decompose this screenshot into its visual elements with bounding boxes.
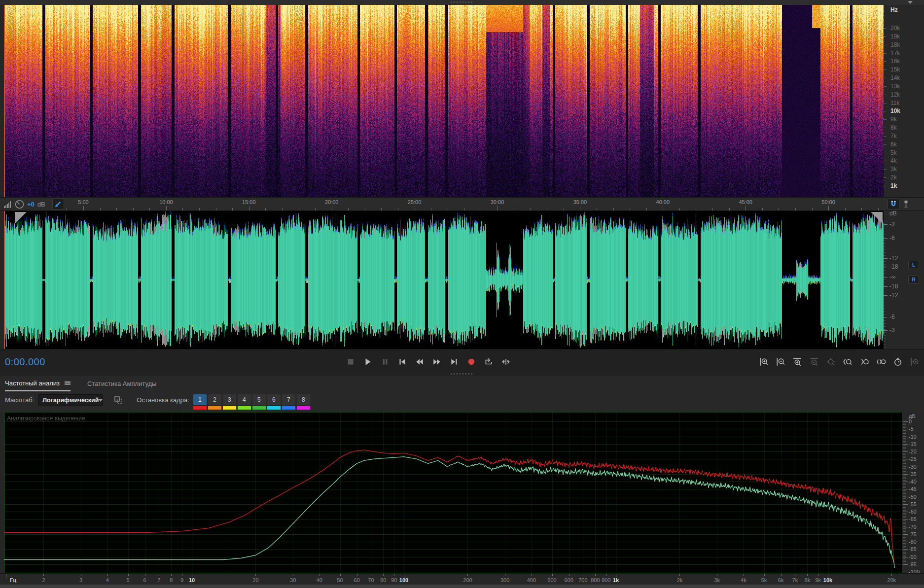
frequency-axis-label: 500 [547,577,556,583]
zoom-in-vertical-button[interactable] [758,356,769,367]
skip-to-start-button[interactable] [397,356,408,367]
play-button[interactable] [362,356,373,367]
frequency-axis-label: 700 [578,577,587,583]
frame-hold-button-8[interactable]: 8 [297,394,310,410]
pause-button[interactable] [380,356,391,367]
frame-hold-button-7[interactable]: 7 [282,394,295,410]
timeline-tick [166,206,167,210]
db-ruler-tick [903,451,908,452]
tab-amplitude-statistics[interactable]: Статистика Амплитуды [87,376,156,391]
frequency-ruler[interactable]: Hz20k19k18k17k16k15k14k13k12k11k10k9k8k7… [884,5,924,197]
frequency-axis-tick [128,574,129,576]
timeline-tick [67,208,67,210]
playhead-waveform[interactable] [4,211,5,349]
timeline-tick [431,208,431,210]
channel-button-r[interactable]: R [908,276,919,284]
level-ruler-label: -∞ [889,274,896,280]
timeline-tick [315,208,316,210]
db-ruler-tick [903,519,908,519]
timer-record-button[interactable] [892,356,903,367]
level-ruler-label: -3 [889,221,895,228]
frequency-axis-tick [255,574,256,576]
panel-menu-icon[interactable] [65,381,71,385]
zoom-to-selection-button[interactable] [876,356,887,367]
waveform-display[interactable] [4,211,884,349]
selection-handle-left-icon[interactable] [15,212,27,224]
rewind-button[interactable] [414,356,425,367]
scale-select[interactable]: Логарифмический [38,394,103,406]
tab-frequency-analysis[interactable]: Частотный анализ [5,376,71,391]
knob-icon[interactable] [15,200,24,209]
frequency-axis-label: 90 [391,577,397,583]
timeline-tick [133,208,134,210]
playhead-spectrogram[interactable] [4,5,5,197]
snap-toolbar [884,198,924,210]
frame-hold-button-5[interactable]: 5 [252,394,266,410]
level-ruler[interactable]: dB-3-6-12-18-∞-18-12-6-3LR [884,211,924,349]
timeline-tick [464,208,464,210]
frame-hold-button-1[interactable]: 1 [193,394,207,410]
frequency-axis-label: 400 [527,577,536,583]
frequency-axis-label: 900 [602,577,610,583]
skip-to-end-button[interactable] [449,356,460,367]
fast-forward-button[interactable] [431,356,442,367]
timeline-label: 45:00 [739,199,752,205]
level-ruler-tick [884,258,888,259]
zoom-in-left-selection-button[interactable] [842,356,853,367]
loop-playback-button[interactable] [483,356,494,367]
timeline-ruler[interactable]: 5:0010:0015:0020:0025:0030:0035:0040:004… [0,198,884,210]
timeline-tick [712,208,713,210]
spectrogram-display[interactable] [4,5,884,197]
magnet-icon[interactable] [888,199,899,209]
zoom-in-right-selection-button[interactable] [859,356,870,367]
db-ruler[interactable]: дБ0-5-10-15-20-25-30-35-40-45-50-55-60-6… [902,412,924,573]
panel-collapse-arrow-icon[interactable] [908,1,913,4]
frequency-ruler-label: 7k [890,133,897,139]
zoom-out-vertical-button[interactable] [775,356,786,367]
zoom-in-horizontal-button[interactable] [792,356,803,367]
db-ruler-label: -25 [909,456,917,462]
divider-grip-icon[interactable] [451,373,473,375]
zoom-reset-button[interactable] [825,356,836,367]
channel-button-l[interactable]: L [908,261,919,269]
db-ruler-label: -70 [909,524,917,530]
audition-app: Hz20k19k18k17k16k15k14k13k12k11k10k9k8k7… [0,0,924,588]
frequency-ruler-tick [884,161,887,161]
zoom-out-horizontal-button[interactable] [809,356,819,367]
frequency-graph-canvas[interactable] [4,412,902,573]
frame-hold-button-2[interactable]: 2 [208,394,221,410]
frequency-axis-label: 70 [368,577,374,583]
frequency-axis-label: 2k [677,577,683,583]
frequency-axis-label: 3k [714,577,720,583]
transport-bar: 0:00.000 [0,349,924,376]
timeline-tick [696,208,696,210]
frame-hold-number: 7 [282,394,295,405]
frequency-axis-label: 9k [816,577,821,583]
horizontal-scrollbar[interactable] [0,584,924,588]
time-display[interactable]: 0:00.000 [5,356,45,368]
snapshot-copy-icon[interactable] [114,396,123,405]
frequency-axis-tick [43,574,44,576]
selection-handle-right-icon[interactable] [871,212,883,224]
frame-hold-button-3[interactable]: 3 [223,394,236,410]
frequency-ruler-label: 18k [890,41,900,48]
frame-hold-button-6[interactable]: 6 [267,394,281,410]
timeline-label: 15:00 [242,199,256,205]
skip-selection-button[interactable] [500,356,511,367]
divider-grip-icon[interactable] [451,1,473,3]
pin-playhead-button[interactable] [52,199,64,209]
gain-value[interactable]: +0 [27,201,35,208]
panel-divider-top[interactable] [0,0,924,5]
frame-hold-button-4[interactable]: 4 [238,394,251,410]
record-button[interactable] [466,356,477,367]
frequency-ruler-label: 20k [890,25,900,32]
frame-hold-number: 4 [238,394,251,405]
frequency-ruler-label: 10k [890,107,900,114]
zoom-selection-vertical-button[interactable] [909,356,920,367]
frequency-axis[interactable]: Гц 2345678910203040506070809010020030040… [0,573,924,584]
level-ruler-ticks [884,211,886,349]
stop-button[interactable] [345,356,356,367]
marker-pin-icon[interactable] [903,200,909,208]
timeline-tick [282,208,283,210]
timeline-label: 30:00 [491,199,504,205]
